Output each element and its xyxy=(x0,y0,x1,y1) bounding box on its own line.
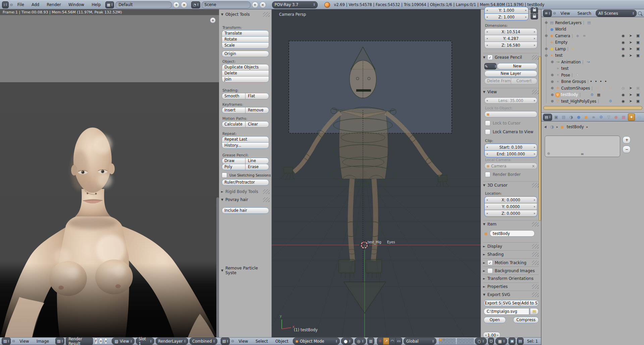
tab-material[interactable]: ● xyxy=(613,114,619,120)
svg-compress-button[interactable]: Compress xyxy=(513,317,539,323)
povray-hair-panel-header[interactable]: ▼ Povray hair xyxy=(221,197,270,202)
outliner-item[interactable]: RenderLayers xyxy=(555,20,582,25)
properties-editor-type-selector[interactable]: ▤▴▾ xyxy=(543,114,552,121)
motion-tracking-panel-header[interactable]: ► ✓ Motion Tracking xyxy=(483,258,539,265)
grease-pencil-panel-header[interactable]: ▼ ✓ Grease Pencil xyxy=(483,53,539,60)
export-svg-button[interactable]: Export S xyxy=(484,300,502,306)
menu-view[interactable]: View xyxy=(235,339,251,344)
hide-icon[interactable]: ◉ xyxy=(621,40,626,45)
display-panel-header[interactable]: ► Display xyxy=(483,242,539,249)
repeat-last-button[interactable]: Repeat Last xyxy=(222,136,269,143)
panel-grip[interactable] xyxy=(263,12,270,17)
layers-widget[interactable] xyxy=(439,338,474,344)
unlink-image-button[interactable]: × xyxy=(104,338,108,344)
render-pass-select[interactable]: Combined▴▾ xyxy=(190,338,217,345)
lock-to-cursor-checkbox[interactable] xyxy=(485,120,490,126)
menu-select[interactable]: Select xyxy=(253,339,271,344)
menu-add[interactable]: Add xyxy=(29,2,42,7)
item-name-input[interactable]: testBody xyxy=(490,230,535,237)
viewport-3d[interactable]: Camera Persp test_Hig Eyes (1) testBody … xyxy=(272,9,481,337)
panel-grip[interactable] xyxy=(532,252,539,257)
flat-button[interactable]: Flat xyxy=(245,93,269,99)
manipulator-toggle-button[interactable]: ✛ xyxy=(377,338,383,345)
gp-delete-frame-button[interactable]: Delete Frame xyxy=(484,78,511,84)
export-svg-panel-header[interactable]: ▼ Export SVG xyxy=(483,291,539,297)
menu-render[interactable]: Render xyxy=(44,2,64,7)
transform-orientations-panel-header[interactable]: ► Transform Orientations xyxy=(483,275,539,281)
tab-object-data[interactable]: ▽ xyxy=(605,114,611,120)
list-add-icon[interactable]: ⊕ xyxy=(547,151,550,156)
collapse-menus-icon[interactable]: ⊖ xyxy=(231,339,234,343)
collapse-icon[interactable]: ⊖ xyxy=(544,53,548,58)
render-layer-select[interactable]: RenderLayer▴▾ xyxy=(156,338,189,345)
expand-icon[interactable]: ⊕ xyxy=(550,73,554,77)
pivot-point-select[interactable]: ◎▴▾ xyxy=(355,338,366,345)
scene-field[interactable]: Scene xyxy=(202,1,251,8)
image-editor-type-selector[interactable]: ▨▴▾ xyxy=(2,338,11,345)
tab-texture[interactable]: ▦ xyxy=(621,114,627,120)
object-tools-panel-header[interactable]: ▼ Object Tools xyxy=(221,12,270,17)
gp-new-layer-button[interactable]: New Layer xyxy=(484,70,537,77)
panel-grip[interactable] xyxy=(532,183,539,188)
outliner-item[interactable]: test xyxy=(561,66,569,71)
outliner-item[interactable]: Bone Groups xyxy=(561,79,586,84)
hide-icon[interactable]: ◉ xyxy=(621,34,626,38)
rotate-manipulator-button[interactable]: ◠ xyxy=(389,338,396,345)
panel-grip[interactable] xyxy=(532,90,539,94)
expand-icon[interactable]: ⊕ xyxy=(544,20,548,25)
screen-layout-icon[interactable]: ▦▴▾ xyxy=(105,1,114,8)
gp-new-button[interactable]: New xyxy=(497,63,537,69)
expand-icon[interactable]: ⊕ xyxy=(550,80,554,84)
n-panel-scrollbar-track[interactable] xyxy=(539,56,541,221)
open-region-button[interactable]: + xyxy=(210,17,216,23)
menu-view[interactable]: View xyxy=(557,11,573,16)
menu-image[interactable]: Image xyxy=(34,339,52,344)
menu-window[interactable]: Window xyxy=(65,2,87,7)
svg-open-button[interactable]: Open xyxy=(484,317,506,323)
selectable-icon[interactable]: ➤ xyxy=(628,99,633,103)
gp-line-button[interactable]: Line xyxy=(245,158,269,164)
origin-button[interactable]: Origin xyxy=(222,51,269,57)
expand-icon[interactable]: ⊕ xyxy=(550,99,554,103)
delete-scene-button[interactable]: × xyxy=(260,2,266,8)
panel-grip[interactable] xyxy=(532,244,539,249)
scale-button[interactable]: Scale xyxy=(222,42,269,49)
item-panel-header[interactable]: ▼ Item xyxy=(483,220,539,227)
tab-particles[interactable]: ✦ xyxy=(628,113,635,121)
outliner-item[interactable]: Lamp xyxy=(555,47,566,51)
hide-icon[interactable]: ◉ xyxy=(621,99,626,103)
collapse-menus-icon[interactable]: ⊖ xyxy=(12,339,15,343)
outliner-item[interactable]: CustomShapes xyxy=(561,86,590,91)
delete-button[interactable]: Delete xyxy=(222,70,269,77)
selectable-icon[interactable]: ➤ xyxy=(628,40,633,45)
tab-constraints[interactable]: ∞ xyxy=(591,114,597,120)
properties-panel-header[interactable]: ► Properties xyxy=(483,283,539,289)
add-particle-system-button[interactable]: + xyxy=(623,136,631,144)
mode-select[interactable]: ◼Object Mode▴▾ xyxy=(293,338,340,345)
history-button[interactable]: History... xyxy=(222,142,269,149)
render-border-checkbox[interactable] xyxy=(485,172,490,177)
gp-pencil-mode-select[interactable]: ✎▴▾ xyxy=(484,63,496,69)
view3d-editor-type-selector[interactable]: ▧▴▾ xyxy=(221,338,230,345)
clip-start-field[interactable]: ◂Start: 0.100▸ xyxy=(484,144,537,151)
outliner-item[interactable]: Animation xyxy=(561,60,581,64)
scale-y-field[interactable]: ◂Y: 1.000▸ xyxy=(484,7,529,14)
menu-object[interactable]: Object xyxy=(272,339,291,344)
gp-draw-button[interactable]: Draw xyxy=(222,158,246,164)
transform-orientation-select[interactable]: Global▴▾ xyxy=(404,338,436,345)
info-editor-selector[interactable]: i▴▾ xyxy=(2,1,9,8)
panel-grip[interactable] xyxy=(263,197,270,202)
remove-particle-panel-header[interactable]: ▼ Remove Particle Syste xyxy=(221,266,270,275)
scale-lock-button[interactable] xyxy=(531,7,538,13)
ruler-button[interactable]: Ruler/Protractor xyxy=(222,179,269,186)
image-datablock-icon[interactable]: ▨▴▾ xyxy=(55,338,64,345)
gp-poly-button[interactable]: Poly xyxy=(222,164,246,170)
calculate-paths-button[interactable]: Calculate xyxy=(222,121,246,128)
clear-camera-icon[interactable]: × xyxy=(532,164,535,168)
outliner-item[interactable]: World xyxy=(555,27,566,32)
image-view-mode-select[interactable]: ▨View▴▾ xyxy=(112,338,135,345)
scale-lock-button-2[interactable] xyxy=(531,13,538,19)
include-hair-button[interactable]: Include hair xyxy=(222,207,269,214)
selectable-icon[interactable]: ➤ xyxy=(628,53,633,58)
render-restrict-icon[interactable]: ▣ xyxy=(635,93,641,97)
